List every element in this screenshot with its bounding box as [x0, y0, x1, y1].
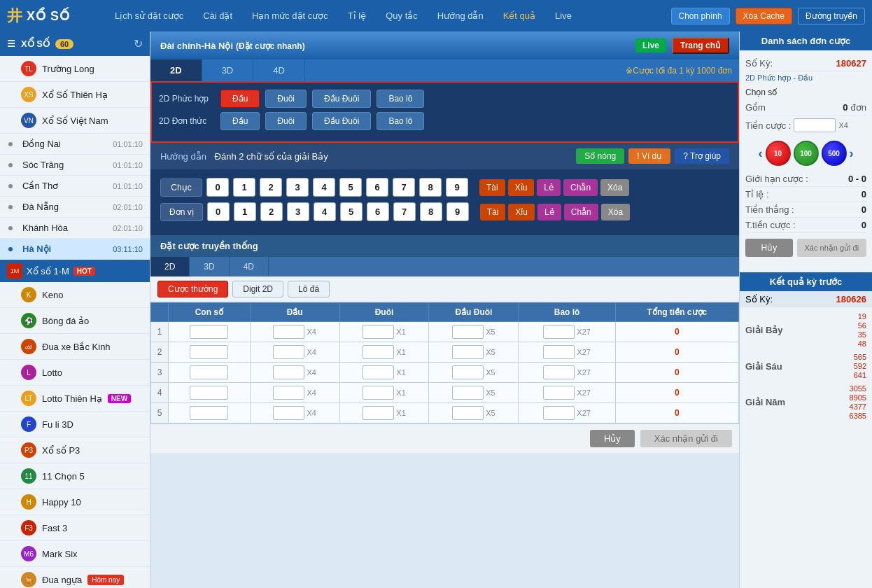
- sidebar-item-11chon5[interactable]: 11 11 Chọn 5: [0, 463, 150, 489]
- donvi-5[interactable]: 5: [340, 202, 363, 221]
- donvi-3[interactable]: 3: [287, 202, 309, 221]
- chuc-5[interactable]: 5: [339, 178, 362, 197]
- donvi-7[interactable]: 7: [393, 202, 416, 221]
- lo-da-btn[interactable]: Lô đá: [288, 281, 330, 298]
- sidebar-item-xo-so-thien-ha[interactable]: XS Xổ Số Thiên Hạ: [0, 82, 150, 108]
- donvi-1[interactable]: 1: [234, 202, 256, 221]
- chuc-tai-btn[interactable]: Tài: [479, 179, 505, 196]
- coin-100[interactable]: 100: [794, 141, 819, 166]
- trad-tab-3d[interactable]: 3D: [190, 257, 229, 276]
- chuc-xoa-btn[interactable]: Xóa: [600, 179, 629, 196]
- sidebar-item-dong-nai[interactable]: Đồng Nai 01:01:10: [0, 134, 150, 155]
- duoi-input[interactable]: [363, 365, 394, 379]
- chuc-6[interactable]: 6: [366, 178, 388, 197]
- dau-input[interactable]: [273, 325, 304, 339]
- donvi-label-btn[interactable]: Đơn vị: [160, 203, 203, 221]
- chuc-8[interactable]: 8: [419, 178, 442, 197]
- chuc-chan-btn[interactable]: Chẵn: [563, 179, 598, 196]
- duoi-input[interactable]: [363, 406, 394, 420]
- donvi-8[interactable]: 8: [420, 202, 442, 221]
- duoi-input[interactable]: [363, 325, 394, 339]
- coin-prev-btn[interactable]: ‹: [759, 146, 763, 161]
- con-so-input[interactable]: [190, 406, 228, 420]
- baolo-input[interactable]: [543, 365, 575, 379]
- tab-2d[interactable]: 2D: [150, 59, 202, 81]
- xoa-cache-button[interactable]: Xóa Cache: [736, 8, 792, 24]
- nav-live[interactable]: Live: [545, 0, 582, 31]
- sidebar-item-da-nang[interactable]: Đà Nẵng 02:01:10: [0, 197, 150, 218]
- baolo-input[interactable]: [543, 406, 575, 420]
- don-thuc-duoi-btn[interactable]: Đuôi: [265, 112, 307, 130]
- duong-truyen-button[interactable]: Đường truyền: [798, 8, 865, 24]
- dauduoi-input[interactable]: [452, 386, 484, 400]
- con-so-input[interactable]: [190, 325, 228, 339]
- con-so-input[interactable]: [190, 345, 228, 359]
- sidebar-item-soc-trang[interactable]: Sóc Trăng 01:01:10: [0, 155, 150, 176]
- donvi-2[interactable]: 2: [260, 202, 283, 221]
- donvi-xiu-btn[interactable]: Xỉu: [508, 204, 535, 220]
- trad-tab-4d[interactable]: 4D: [230, 257, 269, 276]
- phuc-hop-baolo-btn[interactable]: Bao lô: [377, 90, 424, 108]
- sidebar-section-1m[interactable]: 1M Xổ số 1-M HOT: [0, 260, 150, 282]
- chuc-0[interactable]: 0: [206, 178, 229, 197]
- sidebar-item-viet-nam[interactable]: VN Xổ Số Việt Nam: [0, 108, 150, 134]
- huy-button[interactable]: Hủy: [745, 239, 793, 257]
- donvi-xoa-btn[interactable]: Xóa: [601, 204, 630, 220]
- sidebar-item-can-tho[interactable]: Cần Thơ 01:01:10: [0, 176, 150, 197]
- nav-huong-dan[interactable]: Hướng dẫn: [428, 0, 493, 31]
- donvi-chan-btn[interactable]: Chẵn: [564, 204, 598, 220]
- vi-du-btn[interactable]: ! Ví dụ: [628, 148, 670, 164]
- digit-2d-btn[interactable]: Digit 2D: [232, 281, 283, 298]
- baolo-input[interactable]: [543, 325, 575, 339]
- dauduoi-input[interactable]: [452, 325, 484, 339]
- sidebar-item-p3[interactable]: P3 Xổ số P3: [0, 438, 150, 463]
- coin-next-btn[interactable]: ›: [850, 146, 854, 161]
- sidebar-item-dua-xe[interactable]: 🏎 Đua xe Bắc Kinh: [0, 334, 150, 360]
- chuc-2[interactable]: 2: [260, 178, 282, 197]
- chuc-4[interactable]: 4: [313, 178, 335, 197]
- donvi-6[interactable]: 6: [367, 202, 389, 221]
- baolo-input[interactable]: [543, 345, 575, 359]
- sidebar-item-lotto-thien-ha[interactable]: LT Lotto Thiên Hạ NEW: [0, 386, 150, 412]
- con-so-input[interactable]: [190, 386, 228, 400]
- con-so-input[interactable]: [190, 365, 228, 379]
- chuc-9[interactable]: 9: [446, 178, 468, 197]
- donvi-tai-btn[interactable]: Tài: [480, 204, 506, 220]
- dau-input[interactable]: [273, 365, 304, 379]
- don-thuc-dauduoi-btn[interactable]: Đầu Đuôi: [312, 112, 371, 130]
- dau-input[interactable]: [273, 345, 304, 359]
- donvi-9[interactable]: 9: [446, 202, 469, 221]
- trad-confirm-btn[interactable]: Xác nhận gửi đi: [640, 430, 732, 447]
- tab-4d[interactable]: 4D: [253, 59, 305, 81]
- chon-phinh-button[interactable]: Chon phình: [671, 8, 730, 24]
- sidebar-item-khanh-hoa[interactable]: Khánh Hòa 02:01:10: [0, 218, 150, 239]
- cuoc-thuong-btn[interactable]: Cược thường: [157, 281, 228, 298]
- xac-nhan-button[interactable]: Xác nhận gửi đi: [797, 239, 866, 257]
- duoi-input[interactable]: [363, 345, 394, 359]
- dau-input[interactable]: [273, 386, 304, 400]
- sidebar-item-fast3[interactable]: F3 Fast 3: [0, 515, 150, 541]
- sidebar-item-dua-ngua[interactable]: 🐎 Đua ngựa Hôm nay: [0, 567, 150, 588]
- sidebar-item-bong-da-ao[interactable]: ⚽ Bóng đá ảo: [0, 308, 150, 334]
- duoi-input[interactable]: [363, 386, 394, 400]
- trad-cancel-btn[interactable]: Hủy: [590, 430, 635, 447]
- chuc-xiu-btn[interactable]: Xỉu: [508, 179, 535, 196]
- phuc-hop-dau-btn[interactable]: Đầu: [220, 90, 260, 108]
- sidebar-item-lotto[interactable]: L Lotto: [0, 360, 150, 386]
- so-nong-btn[interactable]: Số nóng: [576, 148, 624, 164]
- tro-giup-btn[interactable]: ? Trợ giúp: [675, 148, 729, 164]
- chuc-label-btn[interactable]: Chục: [160, 178, 202, 197]
- dau-input[interactable]: [273, 406, 304, 420]
- nav-cai-dat[interactable]: Cài đặt: [193, 0, 242, 31]
- don-thuc-dau-btn[interactable]: Đầu: [220, 112, 260, 130]
- baolo-input[interactable]: [543, 386, 575, 400]
- chuc-3[interactable]: 3: [286, 178, 309, 197]
- nav-ket-qua[interactable]: Kết quả: [493, 0, 545, 31]
- nav-ti-le[interactable]: Tỉ lệ: [338, 0, 376, 31]
- home-button[interactable]: Trang chủ: [672, 37, 729, 54]
- sidebar-refresh-icon[interactable]: ↻: [134, 37, 143, 50]
- chuc-le-btn[interactable]: Lẻ: [537, 179, 561, 196]
- nav-lich-su[interactable]: Lịch sử đặt cược: [105, 0, 193, 31]
- coin-500[interactable]: 500: [822, 141, 847, 166]
- chuc-7[interactable]: 7: [393, 178, 415, 197]
